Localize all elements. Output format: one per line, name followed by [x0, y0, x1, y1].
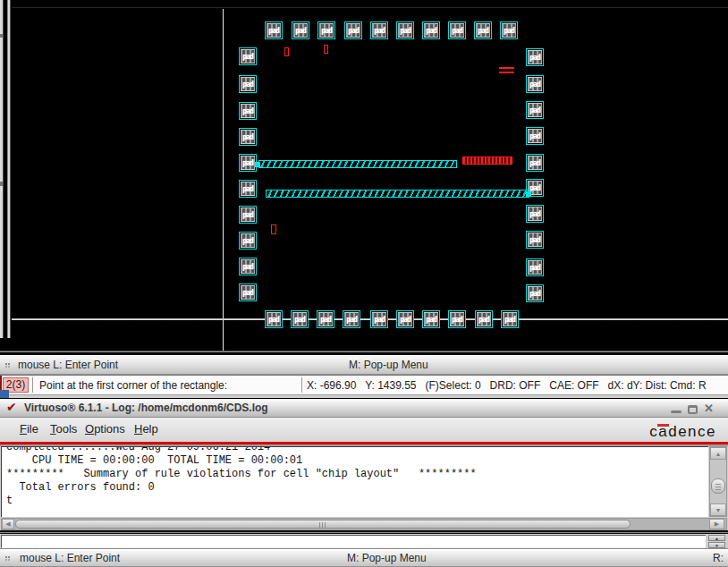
pad-cell[interactable]: pad [239, 206, 257, 224]
pad-cell[interactable]: pad [501, 310, 519, 328]
pad-cell[interactable]: pad [396, 310, 414, 328]
pad-cell[interactable]: pad [265, 21, 283, 39]
pad-cell[interactable]: pad [239, 154, 257, 172]
expand-down-icon[interactable]: ▼ [708, 542, 725, 548]
pad-label: pad [449, 22, 465, 38]
pad-label: pad [527, 232, 543, 248]
pad-cell[interactable]: pad [239, 180, 257, 198]
pad-cell[interactable]: pad [291, 310, 309, 328]
pad-cell[interactable]: pad [526, 127, 544, 145]
grip-icon [5, 556, 7, 558]
log-window-titlebar[interactable]: ✔ Virtuoso® 6.1.1 - Log: /home/mcdonm6/C… [0, 399, 728, 418]
pad-cell[interactable]: pad [526, 75, 544, 93]
pad-cell[interactable]: pad [239, 232, 257, 250]
pad-cell[interactable]: pad [526, 284, 544, 302]
log-horizontal-scrollbar[interactable]: ◀ ▶ [1, 518, 727, 530]
trace-endpoint [255, 162, 260, 167]
mouse-binding-right: R: [713, 552, 724, 564]
mouse-binding-middle: M: Pop-up Menu [349, 359, 428, 371]
menu-tools[interactable]: Tools [50, 422, 77, 436]
pad-cell[interactable]: pad [239, 284, 257, 301]
prompt-message: Point at the first corner of the rectang… [39, 379, 227, 392]
pad-cell[interactable]: pad [239, 258, 257, 275]
drc-marker [284, 47, 289, 56]
pad-cell[interactable]: pad [448, 310, 466, 328]
log-line: CPU TIME = 00:00:00 TOTAL TIME = 00:00:0… [6, 454, 708, 468]
log-vertical-scrollbar[interactable]: ▲ ▼ [709, 446, 727, 517]
log-text-area[interactable]: completed .......Wed Aug 27 09:06:21 201… [1, 446, 708, 517]
pad-cell[interactable]: pad [239, 128, 257, 146]
pad-label: pad [527, 102, 543, 118]
log-line: Total errors found: 0 [6, 481, 708, 495]
pad-cell[interactable]: pad [239, 102, 257, 120]
pad-cell[interactable]: pad [526, 101, 544, 119]
pad-cell[interactable]: pad [344, 21, 362, 39]
pad-cell[interactable]: pad [343, 310, 360, 328]
pad-cell[interactable]: pad [474, 21, 492, 39]
red-marker-line [499, 67, 514, 69]
origin-axis-vertical [223, 9, 224, 351]
pad-cell[interactable]: pad [526, 205, 544, 223]
pad-label: pad [266, 311, 282, 327]
cadence-logo: cadence [649, 423, 716, 441]
pad-cell[interactable]: pad [526, 258, 544, 276]
scroll-right-icon[interactable]: ▶ [709, 519, 724, 529]
log-line: t [6, 495, 708, 508]
pad-label: pad [240, 76, 256, 92]
vertical-scroll-thumb[interactable] [711, 478, 725, 494]
pad-cell[interactable]: pad [370, 21, 388, 39]
pad-label: pad [371, 22, 387, 38]
layout-canvas[interactable]: padpadpadpadpadpadpadpadpadpadpadpadpadp… [0, 0, 728, 355]
pad-cell[interactable]: pad [526, 48, 544, 66]
pad-label: pad [423, 311, 439, 327]
pad-label: pad [292, 22, 309, 38]
window-edge-strip [0, 0, 4, 338]
metal-trace[interactable] [258, 160, 457, 168]
pad-cell[interactable]: pad [448, 21, 466, 39]
metal-trace[interactable] [266, 190, 529, 198]
drc-marker [271, 224, 276, 234]
pad-label: pad [240, 103, 256, 119]
pad-cell[interactable]: pad [422, 310, 440, 328]
pad-label: pad [527, 285, 543, 301]
scroll-up-icon[interactable]: ▲ [710, 447, 726, 460]
pad-label: pad [527, 155, 543, 171]
pad-cell[interactable]: pad [526, 154, 544, 172]
pad-label: pad [502, 311, 518, 327]
pad-cell[interactable]: pad [239, 47, 257, 65]
pad-cell[interactable]: pad [239, 75, 257, 93]
log-menubar: File Tools Options Help [0, 418, 728, 442]
scroll-left-icon[interactable]: ◀ [2, 519, 14, 529]
mouse-binding-left: mouse L: Enter Point [20, 552, 120, 564]
pad-cell[interactable]: pad [265, 310, 283, 328]
pad-cell[interactable]: pad [317, 21, 335, 39]
pad-cell[interactable]: pad [292, 21, 309, 39]
log-line: ********* Summary of rule violations for… [6, 468, 708, 481]
expand-up-icon[interactable]: ▲ [708, 535, 725, 541]
red-marker-line [499, 72, 514, 73]
trace-endpoint [526, 191, 531, 197]
log-line: completed .......Wed Aug 27 09:06:21 201… [6, 446, 708, 454]
pad-cell[interactable]: pad [396, 21, 414, 39]
command-input[interactable] [1, 535, 706, 548]
pad-cell[interactable]: pad [500, 21, 518, 39]
pad-cell[interactable]: pad [370, 310, 388, 328]
edge-mark [0, 182, 3, 186]
pad-label: pad [240, 233, 256, 249]
pad-label: pad [240, 284, 256, 300]
edge-mark [0, 34, 3, 38]
menu-options[interactable]: Options [85, 422, 125, 436]
minimize-button[interactable] [671, 410, 681, 413]
close-icon[interactable]: ✕ [704, 402, 714, 415]
menu-file[interactable]: File [20, 422, 38, 436]
pad-label: pad [240, 155, 256, 171]
horizontal-scroll-thumb[interactable] [15, 520, 631, 529]
pad-cell[interactable]: pad [526, 231, 544, 249]
pad-label: pad [527, 128, 543, 144]
pad-cell[interactable]: pad [422, 21, 440, 39]
pad-cell[interactable]: pad [475, 310, 493, 328]
scroll-down-icon[interactable]: ▼ [710, 504, 726, 516]
pad-cell[interactable]: pad [317, 310, 334, 328]
maximize-button[interactable] [688, 405, 698, 414]
menu-help[interactable]: Help [134, 422, 158, 436]
